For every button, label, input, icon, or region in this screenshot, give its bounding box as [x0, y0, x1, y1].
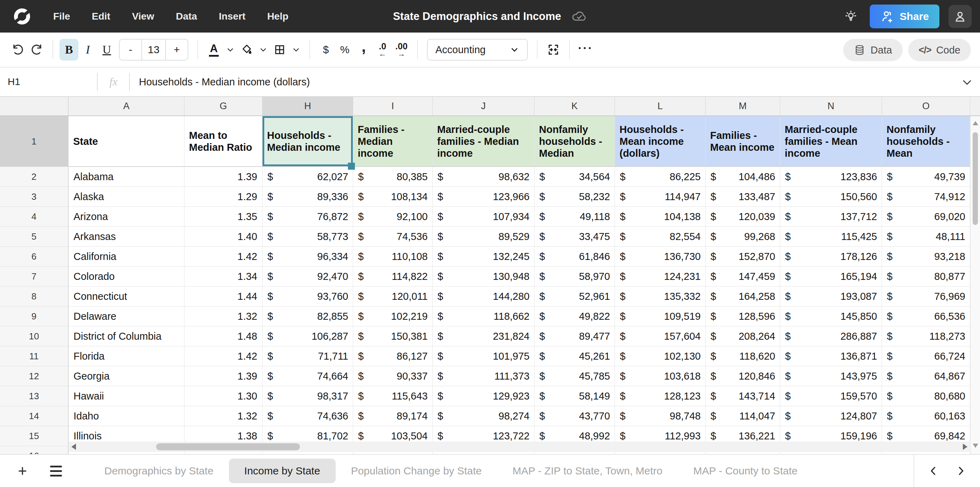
- row-header-5[interactable]: 5: [0, 227, 68, 247]
- cell-N12[interactable]: $143,975: [780, 366, 882, 386]
- cell-H10[interactable]: $106,287: [262, 327, 353, 346]
- cell-H5[interactable]: $58,773: [262, 227, 353, 247]
- cell-M2[interactable]: $104,486: [706, 167, 780, 187]
- cell-M12[interactable]: $120,846: [706, 366, 780, 386]
- add-sheet-button[interactable]: +: [12, 458, 33, 483]
- cell-M9[interactable]: $128,596: [706, 306, 780, 327]
- cell-G4[interactable]: 1.35: [185, 207, 262, 227]
- cell-G5[interactable]: 1.40: [185, 227, 262, 247]
- cell-L5[interactable]: $82,554: [615, 227, 706, 247]
- cell-I12[interactable]: $90,337: [353, 366, 433, 386]
- number-format-select[interactable]: Accounting: [427, 39, 528, 60]
- row-header-8[interactable]: 8: [0, 287, 68, 306]
- cell-G10[interactable]: 1.48: [185, 327, 262, 346]
- vertical-scrollbar[interactable]: [970, 116, 980, 454]
- cell-I5[interactable]: $74,536: [353, 227, 433, 247]
- cell-G2[interactable]: 1.39: [185, 167, 262, 187]
- tabs-previous-button[interactable]: [928, 465, 939, 477]
- cell-H1[interactable]: Households - Median income: [262, 116, 353, 167]
- share-button[interactable]: Share: [870, 5, 939, 29]
- font-size-increase-button[interactable]: +: [166, 40, 188, 60]
- cell-I9[interactable]: $102,219: [353, 306, 433, 327]
- cell-L3[interactable]: $114,947: [615, 187, 706, 207]
- percent-format-button[interactable]: %: [335, 39, 354, 60]
- cell-K3[interactable]: $58,232: [535, 187, 615, 207]
- cell-A4[interactable]: Arizona: [68, 207, 185, 227]
- column-header-G[interactable]: G: [185, 97, 262, 116]
- cell-O1[interactable]: Nonfamily households - Mean: [882, 116, 970, 167]
- cell-O13[interactable]: $80,680: [882, 386, 970, 406]
- cell-G8[interactable]: 1.44: [185, 287, 262, 306]
- cell-I7[interactable]: $114,822: [353, 267, 433, 287]
- cell-N1[interactable]: Married-couple families - Mean income: [780, 116, 882, 167]
- cell-H11[interactable]: $71,711: [262, 346, 353, 366]
- cell-L6[interactable]: $136,730: [615, 247, 706, 267]
- scroll-down-arrow-icon[interactable]: [973, 444, 978, 448]
- cell-L1[interactable]: Households - Mean income (dollars): [615, 116, 706, 167]
- cell-A8[interactable]: Connecticut: [68, 287, 185, 306]
- cell-I3[interactable]: $108,134: [353, 187, 433, 207]
- cell-N2[interactable]: $123,836: [780, 167, 882, 187]
- cell-K2[interactable]: $34,564: [535, 167, 615, 187]
- column-header-N[interactable]: N: [780, 97, 882, 116]
- app-logo-icon[interactable]: [14, 8, 30, 24]
- cell-H7[interactable]: $92,470: [262, 267, 353, 287]
- comma-format-button[interactable]: ,: [354, 39, 373, 60]
- cell-A12[interactable]: Georgia: [68, 366, 185, 386]
- formula-input[interactable]: Households - Median income (dollars): [130, 76, 310, 88]
- cell-L11[interactable]: $102,130: [615, 346, 706, 366]
- cell-K1[interactable]: Nonfamily households - Median: [535, 116, 615, 167]
- cell-M3[interactable]: $133,487: [706, 187, 780, 207]
- scroll-left-arrow-icon[interactable]: [72, 444, 76, 450]
- borders-icon[interactable]: [270, 39, 289, 60]
- cell-K13[interactable]: $58,149: [535, 386, 615, 406]
- cell-G13[interactable]: 1.30: [185, 386, 262, 406]
- cell-N8[interactable]: $193,087: [780, 287, 882, 306]
- cell-J9[interactable]: $118,662: [433, 306, 535, 327]
- underline-button[interactable]: U: [97, 39, 116, 60]
- cell-G3[interactable]: 1.29: [185, 187, 262, 207]
- cell-O6[interactable]: $93,218: [882, 247, 970, 267]
- cell-N14[interactable]: $124,807: [780, 406, 882, 426]
- cell-K5[interactable]: $33,475: [535, 227, 615, 247]
- cell-M8[interactable]: $164,258: [706, 287, 780, 306]
- cell-G14[interactable]: 1.32: [185, 406, 262, 426]
- cell-H2[interactable]: $62,027: [262, 167, 353, 187]
- horizontal-scrollbar-thumb[interactable]: [156, 443, 300, 450]
- formula-bar-expand-button[interactable]: [961, 68, 973, 97]
- cell-N9[interactable]: $145,850: [780, 306, 882, 327]
- cell-L12[interactable]: $103,618: [615, 366, 706, 386]
- column-header-I[interactable]: I: [353, 97, 433, 116]
- cell-M4[interactable]: $120,039: [706, 207, 780, 227]
- column-header-L[interactable]: L: [615, 97, 706, 116]
- cell-I10[interactable]: $150,381: [353, 327, 433, 346]
- cell-reference-box[interactable]: H1: [0, 76, 97, 87]
- increase-decimal-button[interactable]: .00 →: [392, 39, 411, 60]
- column-header-K[interactable]: K: [535, 97, 615, 116]
- borders-chevron-down-icon[interactable]: [289, 39, 303, 60]
- data-panel-button[interactable]: Data: [843, 39, 902, 61]
- cell-M1[interactable]: Families - Mean income: [706, 116, 780, 167]
- cell-N10[interactable]: $286,887: [780, 327, 882, 346]
- cell-A11[interactable]: Florida: [68, 346, 185, 366]
- redo-button[interactable]: [27, 39, 46, 60]
- fill-color-chevron-down-icon[interactable]: [256, 39, 270, 60]
- text-color-button[interactable]: A: [204, 39, 223, 60]
- cell-G6[interactable]: 1.42: [185, 247, 262, 267]
- cell-I14[interactable]: $89,174: [353, 406, 433, 426]
- vertical-scrollbar-thumb[interactable]: [973, 132, 978, 225]
- tab-map-zip-to-state-town-metro[interactable]: MAP - ZIP to State, Town, Metro: [497, 458, 678, 483]
- cell-M7[interactable]: $147,459: [706, 267, 780, 287]
- cell-I2[interactable]: $80,385: [353, 167, 433, 187]
- cell-H6[interactable]: $96,334: [262, 247, 353, 267]
- cell-O2[interactable]: $49,739: [882, 167, 970, 187]
- cell-G12[interactable]: 1.39: [185, 366, 262, 386]
- cell-L8[interactable]: $135,332: [615, 287, 706, 306]
- font-size-decrease-button[interactable]: -: [120, 40, 142, 60]
- horizontal-scrollbar[interactable]: [68, 441, 970, 452]
- cell-G9[interactable]: 1.32: [185, 306, 262, 327]
- cell-J2[interactable]: $98,632: [433, 167, 535, 187]
- cell-H14[interactable]: $74,636: [262, 406, 353, 426]
- cell-N4[interactable]: $137,712: [780, 207, 882, 227]
- cell-A5[interactable]: Arkansas: [68, 227, 185, 247]
